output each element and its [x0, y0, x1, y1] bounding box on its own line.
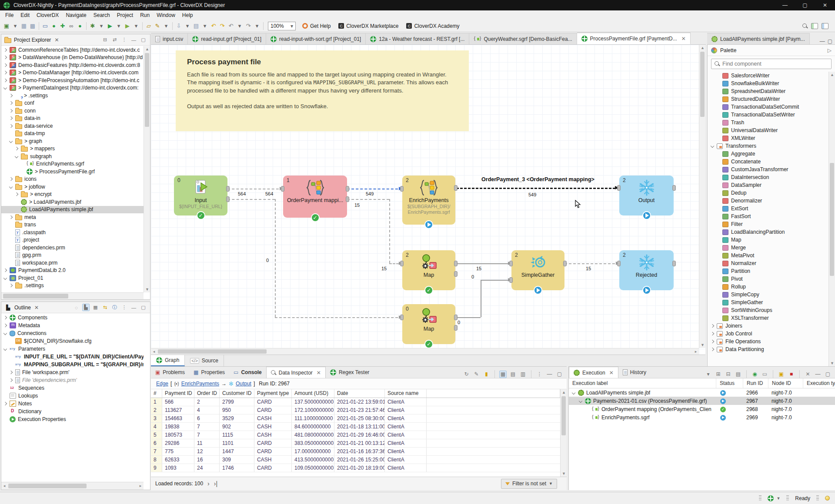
- column-header[interactable]: Amount (USD): [292, 389, 334, 398]
- chevron-right-icon[interactable]: [3, 56, 7, 59]
- outline-horizontal-scrollbar[interactable]: ◂ ▸: [1, 482, 144, 490]
- minimize-window-button[interactable]: —: [775, 0, 795, 10]
- output-port[interactable]: [454, 271, 458, 277]
- chevron-right-icon[interactable]: [15, 192, 18, 196]
- tab-graph[interactable]: Graph: [151, 355, 185, 366]
- chevron-right-icon[interactable]: [9, 124, 13, 128]
- output-port[interactable]: [454, 315, 458, 320]
- palette-item[interactable]: Aggregate: [708, 150, 828, 158]
- edit-icon[interactable]: ✎: [473, 371, 480, 378]
- palette-item[interactable]: SimpleGather: [708, 298, 828, 306]
- cloverdx-icon[interactable]: ●: [50, 21, 58, 31]
- menu-search[interactable]: Search: [90, 11, 114, 19]
- execution-column-header[interactable]: Node ID: [768, 378, 803, 388]
- input-port[interactable]: [617, 261, 621, 266]
- edge-segment[interactable]: [481, 280, 481, 317]
- collapse-all-icon[interactable]: ⊟: [101, 36, 109, 43]
- palette-item[interactable]: DataSampler: [708, 181, 828, 189]
- expand-all-icon[interactable]: ⊞: [715, 371, 722, 378]
- menu-window[interactable]: Window: [153, 11, 179, 19]
- new-dropdown-icon[interactable]: ▾: [11, 21, 20, 31]
- maximize-icon[interactable]: ▢: [824, 371, 832, 378]
- edge-segment[interactable]: [275, 317, 402, 318]
- undo-dropdown-icon[interactable]: ▾: [235, 21, 244, 31]
- tab-problems[interactable]: ▣Problems: [151, 367, 189, 378]
- input-port[interactable]: [400, 261, 404, 266]
- palette-item[interactable]: Concatenate: [708, 158, 828, 166]
- palette-group[interactable]: File Operations: [708, 338, 828, 345]
- graph-note[interactable]: Process payment file Each file is read f…: [176, 50, 469, 131]
- palette-item[interactable]: UniversalDataWriter: [708, 126, 828, 134]
- output-port[interactable]: [563, 261, 567, 266]
- chevron-right-icon[interactable]: [9, 94, 13, 97]
- view-menu-icon[interactable]: ⋮: [120, 36, 128, 43]
- column-header[interactable]: Source name: [385, 389, 427, 398]
- chevron-right-icon[interactable]: [9, 378, 13, 382]
- project-explorer-vertical-scrollbar[interactable]: ▲ ▼: [144, 46, 150, 292]
- canvas-vertical-scrollbar[interactable]: ▲ ▼: [699, 45, 705, 348]
- menu-help[interactable]: Help: [179, 11, 197, 19]
- project-explorer-item[interactable]: > encrypt: [1, 191, 144, 199]
- palette-item[interactable]: SpreadsheetDataWriter: [708, 87, 828, 95]
- save-icon[interactable]: ▦: [20, 21, 28, 31]
- input-port[interactable]: [509, 277, 513, 283]
- minimize-editor-icon[interactable]: —: [820, 38, 825, 44]
- minimize-icon[interactable]: —: [546, 371, 553, 378]
- palette-item[interactable]: TransactionalDataSetWriter: [708, 111, 828, 119]
- project-explorer-item[interactable]: subgraph: [1, 153, 144, 160]
- chevron-right-icon[interactable]: [3, 324, 7, 327]
- column-header[interactable]: Payment type: [254, 389, 292, 398]
- stop-icon[interactable]: ■: [788, 371, 795, 378]
- palette-item[interactable]: Map: [708, 236, 828, 244]
- outline-tree-mode-icon[interactable]: ▙: [82, 304, 90, 311]
- maximize-editor-icon[interactable]: ▢: [828, 38, 832, 44]
- table-row[interactable]: 86263316309CASH413.50000000002021-01-26 …: [151, 456, 560, 464]
- palette-item[interactable]: LoadBalancingPartition: [708, 228, 828, 236]
- chevron-right-icon[interactable]: [711, 348, 714, 351]
- outline-item[interactable]: MAPPING_SUBGRAPH_URL = "${GRAPH_DIR}/map…: [1, 361, 144, 368]
- project-explorer-item[interactable]: EnrichPayments.sgrf: [1, 160, 144, 168]
- project-explorer-item[interactable]: workspace.prm: [1, 259, 144, 267]
- palette-item[interactable]: Pivot: [708, 275, 828, 283]
- perspective-designer-icon[interactable]: [811, 23, 818, 29]
- palette-group[interactable]: Transformers: [708, 142, 828, 150]
- debug-dropdown-icon[interactable]: ▾: [97, 21, 106, 31]
- project-explorer-item[interactable]: > Demo-FileProcessingAutomation [http://…: [1, 76, 144, 84]
- project-explorer-item[interactable]: Project_01: [1, 274, 144, 282]
- outline-overview-icon[interactable]: ◌: [73, 304, 80, 311]
- project-explorer-item[interactable]: > PaymentDataIngest [http://demo-int.clo…: [1, 84, 144, 92]
- minimize-icon[interactable]: —: [814, 371, 822, 378]
- new-graph-icon[interactable]: ▣: [2, 21, 11, 31]
- output-port[interactable]: [454, 185, 458, 191]
- project-explorer-item[interactable]: gpg.prm: [1, 252, 144, 259]
- palette-item[interactable]: SalesforceWriter: [708, 72, 828, 80]
- palette-item[interactable]: FastSort: [708, 212, 828, 220]
- chevron-right-icon[interactable]: [711, 332, 714, 335]
- canvas-horizontal-scrollbar[interactable]: ◂ ▸: [151, 348, 699, 355]
- project-explorer-item[interactable]: LoadAllPayments simple.jbf: [1, 206, 144, 214]
- project-explorer-item[interactable]: .settings: [1, 282, 144, 290]
- zoom-combo[interactable]: 100%▾: [268, 22, 296, 30]
- project-explorer-item[interactable]: conf: [1, 99, 144, 107]
- editor-tab[interactable]: ProcessPaymentFile.grf [PaymentD...✕: [577, 33, 691, 44]
- graph-node-map-top[interactable]: 2Map✓: [402, 250, 455, 290]
- chevron-right-icon[interactable]: [3, 63, 7, 67]
- palette-search-box[interactable]: [711, 59, 832, 69]
- status-dropdown-icon[interactable]: ▼: [776, 496, 780, 501]
- tab-properties[interactable]: ▦Properties: [189, 367, 229, 378]
- run-dropdown-icon[interactable]: ▾: [114, 21, 123, 31]
- output-port[interactable]: [226, 186, 230, 192]
- palette-item[interactable]: Dedup: [708, 189, 828, 197]
- tab-execution[interactable]: Execution✕: [569, 367, 618, 378]
- chevron-right-icon[interactable]: [9, 177, 13, 181]
- chevron-right-icon[interactable]: [9, 116, 13, 120]
- view-menu-icon[interactable]: ⋮: [536, 371, 543, 378]
- maximize-icon[interactable]: ▢: [556, 371, 563, 378]
- run-config-icon[interactable]: ▶: [123, 21, 132, 31]
- palette-item[interactable]: SimpleCopy: [708, 291, 828, 298]
- table-vertical-scrollbar[interactable]: ▲ ▼: [560, 389, 567, 477]
- chevron-down-icon[interactable]: [9, 139, 13, 143]
- execution-column-header[interactable]: Execution label: [569, 378, 716, 388]
- menu-run[interactable]: Run: [137, 11, 153, 19]
- input-port[interactable]: [400, 186, 404, 192]
